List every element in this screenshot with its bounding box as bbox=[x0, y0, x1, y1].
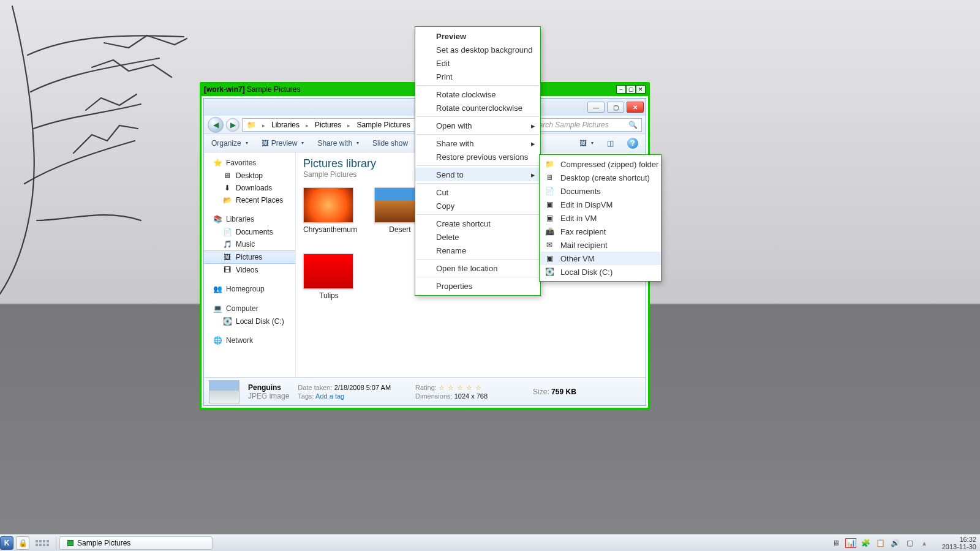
submenu-item[interactable]: 🖥Desktop (create shortcut) bbox=[540, 171, 661, 184]
rating-stars[interactable]: ☆ ☆ ☆ ☆ ☆ bbox=[439, 384, 482, 391]
submenu-icon: 🖥 bbox=[545, 173, 554, 182]
sendto-submenu[interactable]: 📁Compressed (zipped) folder🖥Desktop (cre… bbox=[539, 154, 662, 282]
submenu-item[interactable]: 📁Compressed (zipped) folder bbox=[540, 157, 661, 171]
menu-item[interactable]: Rotate counterclockwise bbox=[415, 101, 540, 114]
organize-menu[interactable]: Organize bbox=[211, 139, 248, 148]
libraries-icon: 📚 bbox=[213, 215, 222, 223]
crumb-libraries[interactable]: Libraries bbox=[271, 121, 300, 129]
context-menu[interactable]: PreviewSet as desktop backgroundEditPrin… bbox=[415, 26, 541, 296]
menu-item[interactable]: Delete bbox=[415, 230, 540, 244]
outer-maximize-button[interactable]: ▢ bbox=[626, 85, 636, 94]
outer-title-text: Sample Pictures bbox=[247, 85, 300, 94]
submenu-item[interactable]: ▣Other VM bbox=[540, 252, 661, 265]
desktop-icon: 🖥 bbox=[222, 171, 232, 180]
menu-item[interactable]: Open with▸ bbox=[415, 119, 540, 132]
nav-favorites[interactable]: ⭐Favorites bbox=[204, 156, 295, 170]
menu-item[interactable]: Print bbox=[415, 70, 540, 83]
nav-recent[interactable]: 📂Recent Places bbox=[204, 194, 295, 206]
slideshow-button[interactable]: Slide show bbox=[372, 139, 408, 148]
submenu-icon: ▣ bbox=[545, 213, 554, 223]
nav-libraries[interactable]: 📚Libraries bbox=[204, 212, 295, 226]
preview-menu[interactable]: 🖼 Preview bbox=[262, 139, 304, 148]
network-icon: 🌐 bbox=[213, 336, 222, 345]
submenu-item[interactable]: 📠Fax recipient bbox=[540, 225, 661, 238]
submenu-item[interactable]: 📄Documents bbox=[540, 184, 661, 198]
submenu-item[interactable]: ✉Mail recipient bbox=[540, 238, 661, 252]
forward-button[interactable]: ▶ bbox=[226, 118, 239, 132]
lock-screen-button[interactable] bbox=[16, 536, 29, 550]
menu-item[interactable]: Copy bbox=[415, 199, 540, 212]
nav-videos[interactable]: 🎞Videos bbox=[204, 264, 295, 276]
menu-item[interactable]: Preview bbox=[415, 29, 540, 43]
tray-display-icon[interactable]: ▢ bbox=[904, 538, 915, 548]
outer-close-button[interactable]: ✕ bbox=[636, 85, 646, 94]
details-type: JPEG image bbox=[248, 392, 289, 400]
kde-start-button[interactable]: K bbox=[0, 536, 13, 550]
nav-computer[interactable]: 💻Computer bbox=[204, 302, 295, 315]
nav-network[interactable]: 🌐Network bbox=[204, 334, 295, 347]
menu-item[interactable]: Edit bbox=[415, 56, 540, 70]
taskbar[interactable]: K Sample Pictures 🖥 📊 🧩 📋 🔊 ▢ ▴ 16:32201… bbox=[0, 534, 980, 551]
view-icon: 🖼 bbox=[579, 139, 587, 148]
tray-expand-icon[interactable]: ▴ bbox=[919, 538, 930, 548]
menu-item[interactable]: Properties bbox=[415, 279, 540, 293]
details-pane: Penguins JPEG image Date taken: 2/18/200… bbox=[204, 377, 646, 405]
qubes-vm-color-icon bbox=[67, 540, 74, 546]
add-tag-link[interactable]: Add a tag bbox=[315, 392, 344, 400]
inner-maximize-button[interactable]: ▢ bbox=[607, 102, 624, 113]
submenu-item[interactable]: ▣Edit in DispVM bbox=[540, 198, 661, 211]
clock[interactable]: 16:322013-11-30 bbox=[933, 536, 976, 550]
search-icon: 🔍 bbox=[628, 121, 638, 129]
thumbnail-label: Chrysanthemum bbox=[303, 225, 355, 234]
menu-item[interactable]: Cut bbox=[415, 186, 540, 199]
submenu-item[interactable]: ▣Edit in VM bbox=[540, 211, 661, 225]
crumb-pictures[interactable]: Pictures bbox=[315, 121, 341, 129]
nav-desktop[interactable]: 🖥Desktop bbox=[204, 170, 295, 182]
menu-item[interactable]: Rotate clockwise bbox=[415, 88, 540, 101]
tray-clipboard-icon[interactable]: 📋 bbox=[875, 538, 886, 548]
outer-title-prefix: [work-win7] bbox=[204, 85, 245, 94]
preview-icon: 🖼 bbox=[262, 139, 269, 148]
star-icon: ⭐ bbox=[213, 159, 222, 167]
submenu-icon: ▣ bbox=[545, 200, 554, 209]
inner-close-button[interactable]: ✕ bbox=[627, 102, 644, 113]
nav-documents[interactable]: 📄Documents bbox=[204, 226, 295, 238]
thumb-chrysanthemum[interactable]: Chrysanthemum bbox=[303, 187, 355, 238]
menu-item[interactable]: Send to▸ bbox=[415, 168, 540, 181]
taskbar-task-sample-pictures[interactable]: Sample Pictures bbox=[59, 536, 213, 550]
nav-localdisk[interactable]: 💽Local Disk (C:) bbox=[204, 315, 295, 328]
inner-minimize-button[interactable]: — bbox=[587, 102, 605, 113]
menu-item[interactable]: Open file location bbox=[415, 261, 540, 275]
submenu-icon: ✉ bbox=[545, 240, 554, 250]
outer-minimize-button[interactable]: – bbox=[616, 85, 626, 94]
help-button[interactable]: ? bbox=[627, 138, 638, 149]
menu-item[interactable]: Restore previous versions bbox=[415, 150, 540, 163]
nav-pictures[interactable]: 🖼Pictures bbox=[204, 250, 295, 264]
menu-item[interactable]: Share with▸ bbox=[415, 137, 540, 150]
thumb-tulips[interactable]: Tulips bbox=[303, 253, 355, 300]
search-placeholder: Search Sample Pictures bbox=[530, 121, 609, 129]
thumbnail-label: Tulips bbox=[303, 291, 355, 300]
tray-monitor-icon[interactable]: 🖥 bbox=[831, 538, 842, 548]
submenu-item[interactable]: 💽Local Disk (C:) bbox=[540, 265, 661, 279]
crumb-sample-pictures[interactable]: Sample Pictures bbox=[356, 121, 410, 129]
menu-item[interactable]: Create shortcut bbox=[415, 217, 540, 230]
submenu-icon: 💽 bbox=[545, 267, 554, 277]
share-menu[interactable]: Share with bbox=[317, 139, 359, 148]
menu-item[interactable]: Rename bbox=[415, 244, 540, 257]
view-mode-button[interactable]: 🖼 bbox=[579, 139, 594, 148]
preview-pane-button[interactable]: ◫ bbox=[607, 139, 614, 148]
back-button[interactable]: ◀ bbox=[208, 117, 224, 133]
search-input[interactable]: Search Sample Pictures 🔍 bbox=[526, 118, 642, 132]
homegroup-icon: 👥 bbox=[213, 285, 222, 293]
menu-item[interactable]: Set as desktop background bbox=[415, 43, 540, 56]
nav-music[interactable]: 🎵Music bbox=[204, 238, 295, 250]
wallpaper-tree-silhouette bbox=[0, 0, 202, 306]
tray-qubes-manager-icon[interactable]: 📊 bbox=[845, 538, 856, 548]
pager[interactable] bbox=[36, 540, 49, 546]
tray-volume-icon[interactable]: 🔊 bbox=[889, 538, 900, 548]
nav-homegroup[interactable]: 👥Homegroup bbox=[204, 282, 295, 296]
tray-puzzle-icon[interactable]: 🧩 bbox=[860, 538, 871, 548]
nav-downloads[interactable]: ⬇Downloads bbox=[204, 182, 295, 194]
videos-icon: 🎞 bbox=[222, 266, 232, 274]
